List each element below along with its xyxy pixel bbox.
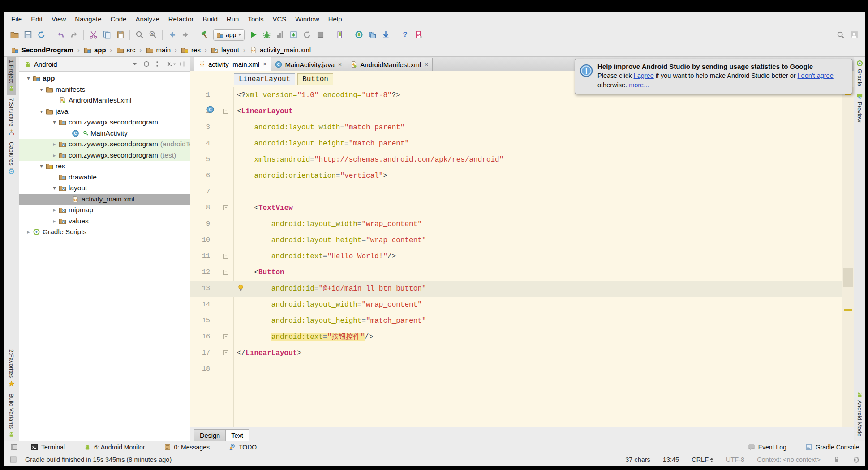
tree-item-com-zywwgx-secondprogram[interactable]: ▸com.zywwgx.secondprogram(androidTest) bbox=[19, 139, 190, 150]
rerun-button[interactable] bbox=[301, 29, 313, 41]
chevron-collapsed-icon[interactable]: ▸ bbox=[52, 218, 57, 224]
fold-marker-icon[interactable]: − bbox=[223, 205, 228, 210]
code-line-5[interactable]: 5 xmlns:android="http://schemas.android.… bbox=[190, 152, 854, 168]
code-line-3[interactable]: 3 android:layout_width="match_parent" bbox=[190, 120, 854, 136]
toolwindow-toggle-icon[interactable] bbox=[10, 444, 17, 451]
run-button[interactable] bbox=[247, 29, 259, 41]
menu-tools[interactable]: Tools bbox=[243, 13, 268, 25]
element-chip-linearlayout[interactable]: LinearLayout bbox=[234, 73, 295, 85]
breadcrumb-item-secondprogram[interactable]: SecondProgram bbox=[11, 46, 73, 54]
chevron-down-icon[interactable] bbox=[133, 63, 137, 65]
tree-item-com-zywwgx-secondprogram[interactable]: ▾com.zywwgx.secondprogram bbox=[19, 117, 190, 128]
back-button[interactable] bbox=[166, 29, 178, 41]
tree-item-java[interactable]: ▾java bbox=[19, 106, 190, 117]
warning-stripe-mark[interactable] bbox=[844, 309, 852, 311]
code-line-17[interactable]: 17−</LinearLayout> bbox=[190, 345, 854, 361]
help-button[interactable]: ? bbox=[399, 29, 411, 41]
toolwindow-todo[interactable]: TODO bbox=[228, 444, 257, 451]
toolwindow-gradle-console[interactable]: Gradle Console bbox=[805, 444, 859, 451]
menu-build[interactable]: Build bbox=[198, 13, 222, 25]
notification-link-more-[interactable]: more... bbox=[629, 81, 649, 89]
fold-marker-icon[interactable]: − bbox=[223, 334, 228, 339]
tab-mainactivity-java[interactable]: CMainActivity.java× bbox=[271, 58, 346, 71]
stripe-item-1-project[interactable]: 1:Project bbox=[7, 57, 16, 95]
menu-code[interactable]: Code bbox=[106, 13, 131, 25]
chevron-collapsed-icon[interactable]: ▸ bbox=[52, 141, 57, 147]
toolwindow-0-messages[interactable]: 0: Messages bbox=[164, 444, 210, 451]
cut-button[interactable] bbox=[87, 29, 99, 41]
menu-edit[interactable]: Edit bbox=[26, 13, 47, 25]
code-line-14[interactable]: 14 android:layout_width="wrap_content" bbox=[190, 297, 854, 313]
menu-help[interactable]: Help bbox=[324, 13, 347, 25]
breadcrumb-item-src[interactable]: src bbox=[116, 46, 136, 54]
notification-link-i-agree[interactable]: I agree bbox=[634, 72, 654, 79]
menu-vcs[interactable]: VCS bbox=[268, 13, 291, 25]
lock-icon[interactable] bbox=[833, 456, 840, 463]
redo-button[interactable] bbox=[68, 29, 80, 41]
chevron-expanded-icon[interactable]: ▾ bbox=[39, 108, 44, 115]
toolwindow-6-android-monitor[interactable]: 6: Android Monitor bbox=[84, 444, 145, 451]
fold-marker-icon[interactable]: − bbox=[223, 270, 228, 275]
chevron-expanded-icon[interactable]: ▾ bbox=[52, 119, 57, 125]
toolwindow-event-log[interactable]: Event Log bbox=[748, 444, 786, 451]
android-monitor-button[interactable] bbox=[412, 29, 425, 41]
search-button[interactable] bbox=[834, 29, 847, 41]
code-line-15[interactable]: 15 android:layout_height="match_parent" bbox=[190, 313, 854, 329]
breadcrumb-item-layout[interactable]: layout bbox=[211, 46, 239, 54]
intention-bulb-icon[interactable] bbox=[237, 283, 245, 292]
locate-button[interactable] bbox=[141, 59, 152, 69]
sdk-button[interactable] bbox=[366, 29, 378, 41]
undo-button[interactable] bbox=[54, 29, 67, 41]
caret-position[interactable]: 13:45 bbox=[663, 456, 679, 463]
tab-text[interactable]: Text bbox=[225, 429, 249, 441]
run-configuration-select[interactable]: app bbox=[213, 29, 245, 41]
project-view-selector[interactable]: Android bbox=[34, 60, 57, 68]
scrollbar-thumb[interactable] bbox=[843, 268, 853, 287]
code-line-10[interactable]: 10 android:layout_height="wrap_content" bbox=[190, 232, 854, 248]
breadcrumb-item-app[interactable]: app bbox=[84, 46, 106, 54]
chevron-collapsed-icon[interactable]: ▸ bbox=[52, 152, 57, 158]
settings-button[interactable] bbox=[166, 59, 176, 69]
code-line-9[interactable]: 9 android:layout_width="wrap_content" bbox=[190, 216, 854, 232]
chevron-expanded-icon[interactable]: ▾ bbox=[52, 185, 57, 191]
tab-design[interactable]: Design bbox=[194, 429, 226, 441]
toolwindow-terminal[interactable]: Terminal bbox=[31, 444, 65, 451]
collapse-button[interactable] bbox=[152, 59, 163, 69]
inspector-icon[interactable] bbox=[853, 456, 860, 463]
code-line-2[interactable]: 2C−<LinearLayout bbox=[190, 103, 854, 120]
fold-marker-icon[interactable]: − bbox=[223, 254, 228, 259]
code-line-18[interactable]: 18 bbox=[190, 361, 854, 377]
breadcrumb-item-activity_main.xml[interactable]: <>activity_main.xml bbox=[249, 46, 311, 54]
class-gutter-icon[interactable]: C bbox=[206, 106, 214, 113]
encoding-indicator[interactable]: UTF-8 bbox=[726, 456, 744, 463]
tree-item-manifests[interactable]: ▾manifests bbox=[19, 84, 190, 95]
stripe-item-captures[interactable]: Captures bbox=[7, 139, 16, 178]
notification-link-i-don-t-agree[interactable]: I don't agree bbox=[798, 72, 834, 79]
chevron-collapsed-icon[interactable]: ▸ bbox=[52, 207, 57, 213]
tree-item-activity-main-xml[interactable]: <>activity_main.xml bbox=[19, 194, 190, 205]
sync-project-button[interactable] bbox=[379, 29, 392, 41]
code-editor[interactable]: 1<?xml version="1.0" encoding="utf-8"?>2… bbox=[190, 87, 854, 427]
editor-scrollbar[interactable] bbox=[842, 87, 854, 427]
chevron-expanded-icon[interactable]: ▾ bbox=[39, 86, 44, 93]
tab-activity-main-xml[interactable]: <>activity_main.xml× bbox=[194, 57, 271, 71]
tab-androidmanifest-xml[interactable]: AndroidManifest.xml× bbox=[346, 58, 433, 71]
chevron-expanded-icon[interactable]: ▾ bbox=[26, 75, 31, 81]
element-chip-button[interactable]: Button bbox=[297, 73, 333, 85]
tree-item-mainactivity[interactable]: CMainActivity bbox=[19, 128, 190, 139]
stripe-item-2-favorites[interactable]: 2:Favorites bbox=[7, 346, 16, 390]
tree-item-layout[interactable]: ▾layout bbox=[19, 183, 190, 194]
tree-item-res[interactable]: ▾res bbox=[19, 161, 190, 172]
menu-navigate[interactable]: Navigate bbox=[70, 13, 106, 25]
replace-button[interactable]: A bbox=[146, 29, 159, 41]
menu-refactor[interactable]: Refactor bbox=[164, 13, 198, 25]
code-line-6[interactable]: 6 android:orientation="vertical"> bbox=[190, 168, 854, 184]
chevron-expanded-icon[interactable]: ▾ bbox=[39, 163, 44, 169]
find-button[interactable] bbox=[133, 29, 146, 41]
save-button[interactable] bbox=[21, 29, 34, 41]
close-icon[interactable]: × bbox=[338, 61, 342, 68]
breadcrumb-item-res[interactable]: res bbox=[181, 46, 201, 54]
stop-button[interactable] bbox=[314, 29, 327, 41]
paste-button[interactable] bbox=[114, 29, 126, 41]
copy-button[interactable] bbox=[100, 29, 113, 41]
